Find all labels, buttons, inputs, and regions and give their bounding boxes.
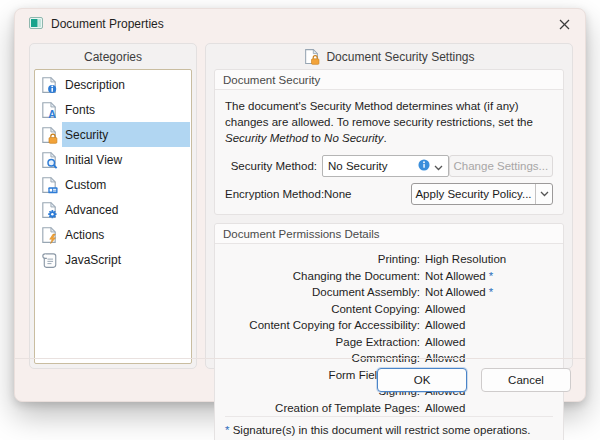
- signature-footnote: * Signature(s) in this document will res…: [225, 416, 553, 436]
- document-properties-dialog: Document Properties Categories Descripti…: [14, 8, 586, 402]
- restriction-asterisk: *: [489, 284, 493, 301]
- sidebar-item-javascript[interactable]: JavaScript: [35, 247, 191, 272]
- sidebar-item-label: Fonts: [65, 103, 95, 117]
- page-gear-icon: [35, 197, 62, 222]
- chevron-down-icon[interactable]: [434, 157, 443, 175]
- permission-label: Page Extraction:: [225, 334, 425, 351]
- page-info-icon: [35, 72, 62, 97]
- page-zoom-icon: [35, 147, 62, 172]
- permissions-group: Document Permissions Details Printing: H…: [214, 223, 564, 440]
- page-lock-icon: [303, 48, 320, 65]
- sidebar-item-label: Actions: [65, 228, 104, 242]
- page-font-icon: A: [35, 97, 62, 122]
- encryption-method-label: Encryption Method:: [225, 188, 317, 200]
- sidebar-item-fonts[interactable]: A Fonts: [35, 97, 191, 122]
- cancel-button[interactable]: Cancel: [481, 368, 571, 392]
- permissions-group-title: Document Permissions Details: [215, 224, 563, 244]
- settings-panel: Document Security Settings Document Secu…: [205, 43, 573, 369]
- permission-row: Document Assembly: Not Allowed *: [225, 284, 553, 301]
- permission-value: High Resolution: [425, 251, 506, 268]
- categories-header: Categories: [30, 44, 196, 69]
- sidebar-item-label: Custom: [65, 178, 106, 192]
- permission-label: Content Copying:: [225, 301, 425, 318]
- sidebar-item-label: Initial View: [65, 153, 122, 167]
- security-method-dropdown[interactable]: No Security: [322, 155, 449, 177]
- page-lock-icon: [35, 122, 62, 147]
- info-icon[interactable]: [418, 157, 430, 175]
- security-method-value: No Security: [328, 160, 414, 172]
- sidebar-item-label: Description: [65, 78, 125, 92]
- apply-security-policy-button[interactable]: Apply Security Policy...: [411, 183, 553, 205]
- page-custom-icon: [35, 172, 62, 197]
- permission-label: Creation of Template Pages:: [225, 400, 425, 417]
- permission-row: Content Copying for Accessibility: Allow…: [225, 317, 553, 334]
- window-title: Document Properties: [51, 17, 164, 31]
- footer: OK Cancel: [29, 367, 571, 392]
- footer-divider: [15, 358, 585, 359]
- sidebar-item-label: JavaScript: [65, 253, 121, 267]
- permission-label: Document Assembly:: [225, 284, 425, 301]
- permission-label: Printing:: [225, 251, 425, 268]
- permission-value: Allowed: [425, 334, 465, 351]
- permission-value: Allowed: [425, 317, 465, 334]
- encryption-method-value: None: [324, 188, 352, 200]
- document-security-group-title: Document Security: [215, 70, 563, 90]
- sidebar-item-label: Advanced: [65, 203, 118, 217]
- sidebar-item-label: Security: [65, 128, 108, 142]
- security-method-label: Security Method:: [225, 160, 317, 172]
- permission-row: Printing: High Resolution: [225, 251, 553, 268]
- permission-row: Creation of Template Pages: Allowed: [225, 400, 553, 417]
- permission-row: Content Copying: Allowed: [225, 301, 553, 318]
- close-icon[interactable]: [549, 12, 579, 36]
- permission-value: Allowed: [425, 400, 465, 417]
- categories-list[interactable]: Description A Fonts Security Initial Vie…: [34, 69, 192, 364]
- document-security-group: Document Security The document's Securit…: [214, 69, 564, 215]
- page-lightning-icon: [35, 222, 62, 247]
- sidebar-item-actions[interactable]: Actions: [35, 222, 191, 247]
- sidebar-item-initial-view[interactable]: Initial View: [35, 147, 191, 172]
- chevron-down-icon[interactable]: [535, 184, 552, 204]
- permission-row: Page Extraction: Allowed: [225, 334, 553, 351]
- settings-header: Document Security Settings: [206, 44, 572, 69]
- categories-panel: Categories Description A Fonts Security …: [29, 43, 197, 369]
- sidebar-item-advanced[interactable]: Advanced: [35, 197, 191, 222]
- permission-value: Not Allowed: [425, 284, 486, 301]
- change-settings-button[interactable]: Change Settings...: [449, 155, 553, 177]
- sidebar-item-custom[interactable]: Custom: [35, 172, 191, 197]
- security-description: The document's Security Method determine…: [225, 98, 553, 146]
- title-bar: Document Properties: [15, 9, 585, 39]
- permission-value: Not Allowed: [425, 268, 486, 285]
- restriction-asterisk: *: [489, 268, 493, 285]
- permission-label: Changing the Document:: [225, 268, 425, 285]
- app-icon: [29, 15, 43, 33]
- sidebar-item-security[interactable]: Security: [35, 122, 191, 147]
- settings-header-title: Document Security Settings: [326, 50, 474, 64]
- sidebar-item-description[interactable]: Description: [35, 72, 191, 97]
- permission-row: Changing the Document: Not Allowed *: [225, 268, 553, 285]
- ok-button[interactable]: OK: [377, 368, 467, 392]
- permission-label: Content Copying for Accessibility:: [225, 317, 425, 334]
- permission-value: Allowed: [425, 301, 465, 318]
- script-scroll-icon: [35, 247, 62, 272]
- svg-text:A: A: [48, 107, 56, 118]
